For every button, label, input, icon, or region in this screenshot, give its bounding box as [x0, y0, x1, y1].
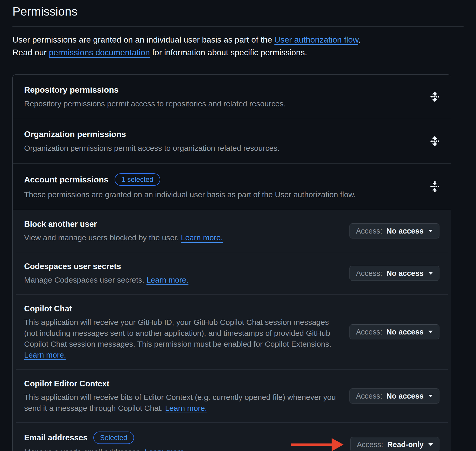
permission-description: Manage a user's email addresses. Learn m… [24, 447, 186, 451]
section-account-permissions: Account permissions 1 selected These per… [13, 163, 451, 210]
caret-down-icon [428, 230, 433, 232]
permissions-documentation-link[interactable]: permissions documentation [49, 48, 150, 57]
account-permissions-list: Block another user View and manage users… [13, 210, 451, 451]
user-authorization-flow-link[interactable]: User authorization flow [274, 35, 358, 44]
drag-handle-icon[interactable] [429, 135, 440, 147]
permission-row-block-another-user: Block another user View and manage users… [13, 210, 451, 252]
learn-more-link[interactable]: Learn more. [24, 351, 66, 359]
permissions-box: Repository permissions Repository permis… [12, 74, 451, 451]
permission-name: Copilot Chat [24, 303, 339, 314]
intro-text: User permissions are granted on an indiv… [12, 33, 464, 59]
permission-name: Codespaces user secrets [24, 261, 188, 272]
section-title: Account permissions [24, 174, 108, 185]
permission-description: This application will receive your GitHu… [24, 317, 339, 360]
caret-down-icon [428, 272, 433, 275]
permission-row-codespaces-user-secrets: Codespaces user secrets Manage Codespace… [13, 252, 451, 294]
access-dropdown[interactable]: Access: No access [349, 266, 439, 281]
section-title: Repository permissions [24, 85, 420, 95]
page-title: Permissions [12, 5, 464, 18]
access-dropdown[interactable]: Access: No access [349, 388, 439, 404]
page-header: Permissions [12, 0, 464, 27]
access-dropdown[interactable]: Access: No access [349, 223, 439, 238]
selected-badge: Selected [93, 432, 134, 444]
intro-line-1: User permissions are granted on an indiv… [12, 33, 464, 46]
permission-name: Copilot Editor Context [24, 378, 339, 389]
section-description: Organization permissions permit access t… [24, 143, 420, 153]
section-description: Repository permissions permit access to … [24, 99, 420, 109]
intro-line-2: Read our permissions documentation for i… [12, 46, 464, 59]
learn-more-link[interactable]: Learn more. [146, 276, 188, 284]
permission-name: Block another user [24, 219, 223, 230]
access-dropdown[interactable]: Access: Read-only [350, 437, 439, 451]
learn-more-link[interactable]: Learn more. [144, 448, 186, 451]
permission-description: View and manage users blocked by the use… [24, 232, 223, 243]
red-arrow-icon [291, 437, 344, 451]
permission-row-email-addresses: Email addresses Selected Manage a user's… [13, 423, 451, 451]
permission-row-copilot-editor-context: Copilot Editor Context This application … [13, 370, 451, 422]
section-organization-permissions: Organization permissions Organization pe… [13, 119, 451, 163]
permissions-page: Permissions User permissions are granted… [0, 0, 476, 451]
section-title: Organization permissions [24, 129, 420, 139]
permission-description: This application will receive bits of Ed… [24, 392, 339, 414]
caret-down-icon [428, 443, 433, 446]
section-repository-permissions: Repository permissions Repository permis… [13, 75, 451, 119]
learn-more-link[interactable]: Learn more. [165, 404, 207, 412]
drag-handle-icon[interactable] [429, 91, 440, 103]
learn-more-link[interactable]: Learn more. [181, 233, 223, 242]
section-description: These permissions are granted on an indi… [24, 189, 420, 200]
caret-down-icon [428, 331, 433, 333]
access-dropdown[interactable]: Access: No access [349, 324, 439, 339]
selected-count-badge: 1 selected [115, 173, 160, 186]
permission-description: Manage Codespaces user secrets. Learn mo… [24, 275, 188, 285]
caret-down-icon [428, 395, 433, 397]
permission-name: Email addresses [24, 432, 88, 443]
drag-handle-icon[interactable] [429, 180, 440, 193]
permission-row-copilot-chat: Copilot Chat This application will recei… [13, 295, 451, 369]
